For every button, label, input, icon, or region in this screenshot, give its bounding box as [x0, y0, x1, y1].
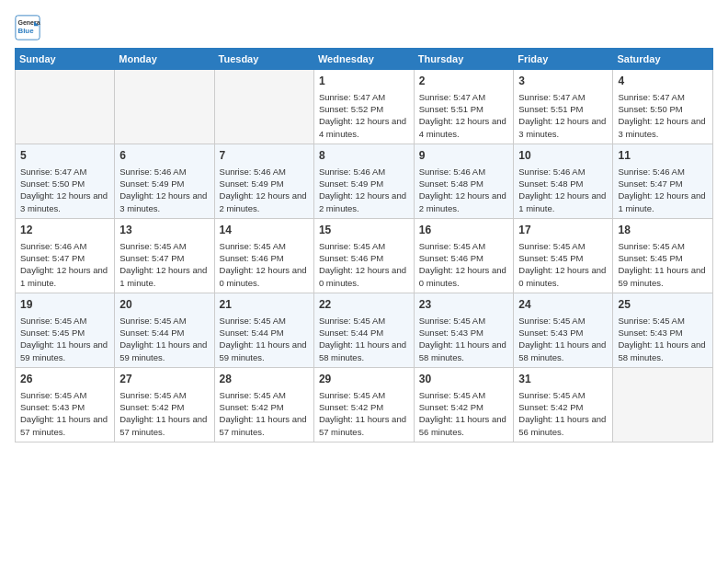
calendar-cell: 24Sunrise: 5:45 AMSunset: 5:43 PMDayligh…	[514, 293, 613, 367]
day-number: 20	[119, 297, 209, 313]
calendar-cell: 21Sunrise: 5:45 AMSunset: 5:44 PMDayligh…	[214, 293, 313, 367]
day-info: Sunset: 5:49 PM	[119, 178, 209, 190]
day-number: 13	[119, 223, 209, 238]
day-info: Sunrise: 5:45 AM	[618, 240, 708, 252]
day-number: 22	[319, 297, 409, 313]
day-number: 5	[20, 148, 109, 164]
day-info: Sunset: 5:51 PM	[419, 103, 509, 115]
calendar-cell: 26Sunrise: 5:45 AMSunset: 5:43 PMDayligh…	[16, 367, 115, 442]
calendar-week-row: 5Sunrise: 5:47 AMSunset: 5:50 PMDaylight…	[16, 144, 713, 218]
day-of-week-header: Thursday	[414, 49, 514, 70]
day-info: Sunrise: 5:45 AM	[618, 315, 708, 327]
day-info: Sunset: 5:46 PM	[220, 252, 309, 264]
day-info: Daylight: 12 hours and 1 minute.	[119, 264, 209, 289]
day-info: Sunset: 5:45 PM	[20, 327, 109, 339]
day-info: Sunrise: 5:46 AM	[518, 166, 608, 178]
day-info: Daylight: 11 hours and 59 minutes.	[220, 339, 309, 363]
day-info: Daylight: 12 hours and 0 minutes.	[518, 264, 608, 289]
calendar-cell: 12Sunrise: 5:46 AMSunset: 5:47 PMDayligh…	[16, 218, 115, 293]
day-info: Daylight: 12 hours and 0 minutes.	[319, 264, 409, 289]
calendar-week-row: 1Sunrise: 5:47 AMSunset: 5:52 PMDaylight…	[16, 70, 713, 144]
day-info: Daylight: 11 hours and 57 minutes.	[319, 413, 409, 438]
calendar-cell: 18Sunrise: 5:45 AMSunset: 5:45 PMDayligh…	[613, 218, 713, 293]
day-info: Daylight: 12 hours and 1 minute.	[518, 190, 608, 214]
day-info: Daylight: 11 hours and 56 minutes.	[419, 413, 509, 438]
calendar-cell: 31Sunrise: 5:45 AMSunset: 5:42 PMDayligh…	[514, 367, 613, 442]
day-info: Sunrise: 5:45 AM	[20, 389, 109, 401]
day-number: 26	[20, 372, 109, 387]
day-info: Sunrise: 5:45 AM	[319, 240, 409, 252]
day-number: 12	[20, 223, 109, 238]
day-info: Daylight: 11 hours and 58 minutes.	[419, 339, 509, 363]
day-info: Daylight: 12 hours and 3 minutes.	[20, 190, 109, 214]
day-info: Sunset: 5:42 PM	[119, 401, 209, 413]
calendar-cell: 1Sunrise: 5:47 AMSunset: 5:52 PMDaylight…	[313, 70, 414, 144]
day-info: Sunrise: 5:45 AM	[119, 389, 209, 401]
svg-text:Blue: Blue	[18, 27, 35, 35]
day-info: Daylight: 11 hours and 57 minutes.	[20, 413, 109, 438]
calendar-cell: 4Sunrise: 5:47 AMSunset: 5:50 PMDaylight…	[613, 70, 713, 144]
calendar-cell: 10Sunrise: 5:46 AMSunset: 5:48 PMDayligh…	[514, 144, 613, 218]
calendar-header-row: SundayMondayTuesdayWednesdayThursdayFrid…	[16, 49, 713, 70]
day-of-week-header: Wednesday	[313, 49, 414, 70]
day-of-week-header: Tuesday	[214, 49, 313, 70]
calendar-cell: 16Sunrise: 5:45 AMSunset: 5:46 PMDayligh…	[414, 218, 514, 293]
day-info: Sunset: 5:46 PM	[419, 252, 509, 264]
day-info: Sunset: 5:45 PM	[618, 252, 708, 264]
calendar-cell: 15Sunrise: 5:45 AMSunset: 5:46 PMDayligh…	[313, 218, 414, 293]
calendar-cell: 6Sunrise: 5:46 AMSunset: 5:49 PMDaylight…	[115, 144, 214, 218]
day-info: Sunset: 5:42 PM	[319, 401, 409, 413]
calendar-cell	[115, 70, 214, 144]
day-info: Sunset: 5:43 PM	[20, 401, 109, 413]
day-number: 19	[20, 297, 109, 313]
day-number: 4	[618, 74, 708, 89]
day-info: Sunset: 5:44 PM	[119, 327, 209, 339]
day-info: Sunrise: 5:46 AM	[319, 166, 409, 178]
day-number: 1	[319, 74, 409, 89]
calendar-cell: 28Sunrise: 5:45 AMSunset: 5:42 PMDayligh…	[214, 367, 313, 442]
day-number: 8	[319, 148, 409, 164]
day-info: Sunrise: 5:45 AM	[319, 315, 409, 327]
day-number: 28	[220, 372, 309, 387]
day-info: Sunset: 5:45 PM	[518, 252, 608, 264]
day-number: 31	[518, 372, 608, 387]
day-info: Daylight: 12 hours and 2 minutes.	[319, 190, 409, 214]
calendar-cell	[613, 367, 713, 442]
day-info: Sunset: 5:42 PM	[518, 401, 608, 413]
day-info: Sunrise: 5:45 AM	[419, 240, 509, 252]
day-info: Daylight: 11 hours and 56 minutes.	[518, 413, 608, 438]
calendar-cell: 20Sunrise: 5:45 AMSunset: 5:44 PMDayligh…	[115, 293, 214, 367]
day-info: Sunrise: 5:45 AM	[220, 389, 309, 401]
day-info: Sunrise: 5:45 AM	[518, 315, 608, 327]
day-info: Sunset: 5:43 PM	[518, 327, 608, 339]
day-info: Daylight: 12 hours and 4 minutes.	[319, 115, 409, 140]
day-info: Sunset: 5:44 PM	[319, 327, 409, 339]
calendar-cell: 27Sunrise: 5:45 AMSunset: 5:42 PMDayligh…	[115, 367, 214, 442]
day-info: Sunset: 5:47 PM	[119, 252, 209, 264]
day-info: Sunrise: 5:47 AM	[419, 91, 509, 103]
day-info: Sunset: 5:49 PM	[220, 178, 309, 190]
day-info: Daylight: 12 hours and 4 minutes.	[419, 115, 509, 140]
day-number: 9	[419, 148, 509, 164]
day-info: Sunrise: 5:46 AM	[618, 166, 708, 178]
day-number: 17	[518, 223, 608, 238]
day-number: 24	[518, 297, 608, 313]
calendar-cell: 5Sunrise: 5:47 AMSunset: 5:50 PMDaylight…	[16, 144, 115, 218]
day-info: Daylight: 12 hours and 3 minutes.	[618, 115, 708, 140]
day-info: Sunset: 5:52 PM	[319, 103, 409, 115]
day-info: Sunset: 5:50 PM	[618, 103, 708, 115]
day-number: 30	[419, 372, 509, 387]
day-info: Daylight: 11 hours and 59 minutes.	[119, 339, 209, 363]
day-info: Sunset: 5:42 PM	[220, 401, 309, 413]
calendar-cell: 14Sunrise: 5:45 AMSunset: 5:46 PMDayligh…	[214, 218, 313, 293]
day-info: Sunrise: 5:47 AM	[618, 91, 708, 103]
day-info: Sunrise: 5:45 AM	[20, 315, 109, 327]
day-number: 2	[419, 74, 509, 89]
day-info: Daylight: 11 hours and 57 minutes.	[220, 413, 309, 438]
day-info: Sunset: 5:51 PM	[518, 103, 608, 115]
calendar-cell: 25Sunrise: 5:45 AMSunset: 5:43 PMDayligh…	[613, 293, 713, 367]
calendar-cell: 30Sunrise: 5:45 AMSunset: 5:42 PMDayligh…	[414, 367, 514, 442]
day-number: 27	[119, 372, 209, 387]
day-of-week-header: Friday	[514, 49, 613, 70]
calendar-cell: 8Sunrise: 5:46 AMSunset: 5:49 PMDaylight…	[313, 144, 414, 218]
